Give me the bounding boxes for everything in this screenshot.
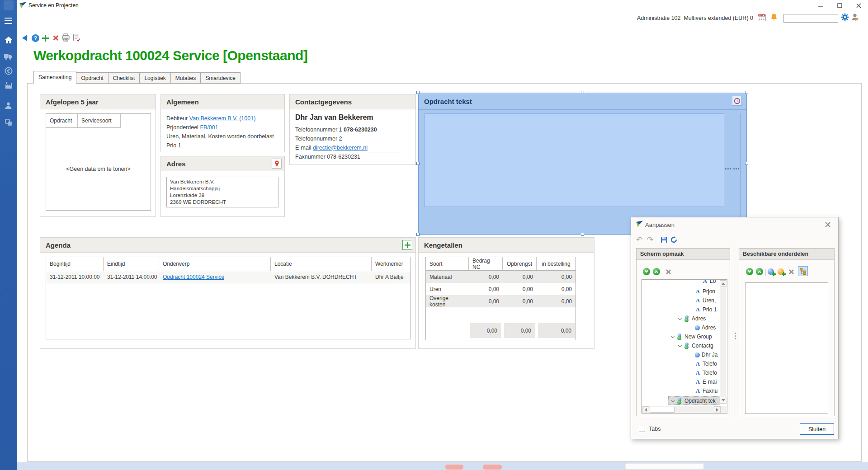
address-box[interactable]: Van Bekkerem B.V. Handelsmaatschappij Lo… (166, 177, 278, 207)
move-up-button[interactable] (756, 268, 763, 275)
move-up-button[interactable] (653, 268, 660, 275)
opdracht-tekst-textarea[interactable] (425, 113, 724, 207)
move-down-button[interactable] (643, 268, 650, 275)
kengetallen-row-uren[interactable]: Uren 0,00 0,00 0,00 (426, 283, 576, 295)
column-header-onderwerp[interactable]: Onderwerp (159, 257, 271, 271)
tree-item[interactable]: ALo (702, 279, 716, 286)
prjonderdeel-link[interactable]: FB/001 (200, 124, 218, 131)
undo-button[interactable]: ↶ (636, 235, 642, 244)
treeview-toggle-button-active[interactable] (798, 266, 808, 276)
tree-item[interactable]: AUren, (695, 296, 716, 305)
selection-handle[interactable] (416, 91, 420, 94)
column-header-opbrengst[interactable]: Opbrengst (503, 257, 537, 270)
sidebar-item-productie[interactable] (0, 80, 17, 91)
save-layout-button[interactable] (660, 236, 668, 244)
chevron-down-icon[interactable] (678, 316, 682, 320)
tree-item-group[interactable]: Contactg (679, 341, 713, 350)
scroll-up-button[interactable] (720, 280, 726, 287)
drag-grip-dots[interactable] (733, 168, 735, 169)
history-clock-button[interactable] (732, 96, 742, 106)
tree-item[interactable]: APrio 1 (695, 305, 717, 314)
minimize-button[interactable] (811, 0, 830, 11)
tabs-checkbox[interactable] (639, 426, 645, 432)
redo-button[interactable]: ↷ (647, 235, 653, 244)
calendar-icon[interactable] (758, 14, 766, 21)
move-down-button[interactable] (746, 268, 753, 275)
agenda-opdracht-link[interactable]: Opdracht 100024 Service (163, 274, 224, 280)
print-button[interactable] (61, 33, 70, 42)
selection-handle[interactable] (745, 162, 748, 165)
delete-item-button[interactable] (788, 269, 794, 275)
scroll-down-button[interactable] (720, 397, 726, 404)
tree-item-group[interactable]: New Group (671, 332, 712, 341)
column-header-locatie[interactable]: Locatie (271, 257, 372, 271)
available-items-list[interactable] (745, 282, 828, 414)
settings-gear-icon[interactable] (841, 13, 849, 21)
map-pin-button[interactable] (272, 159, 282, 169)
remove-item-button[interactable] (665, 269, 671, 275)
chevron-down-icon[interactable] (678, 343, 682, 347)
column-header-opdracht[interactable]: Opdracht (46, 114, 78, 128)
tree-item[interactable]: ATelefo (695, 368, 717, 377)
drag-grip-dots[interactable] (725, 168, 726, 169)
selection-handle[interactable] (416, 162, 420, 165)
tree-item-group-selected[interactable]: Opdracht tek (671, 396, 716, 405)
tree-item-group[interactable]: Adres (679, 314, 706, 323)
column-header-eindtijd[interactable]: Eindtijd (104, 257, 159, 271)
tree-item[interactable]: APrjon (695, 287, 715, 296)
splitter-handle[interactable] (735, 333, 736, 334)
tree-item[interactable]: AFaxnu (695, 386, 717, 395)
tree-item[interactable]: AE-mai (695, 377, 717, 386)
back-button[interactable] (22, 35, 27, 41)
add-group-button[interactable] (778, 268, 784, 275)
user-edit-icon[interactable] (851, 13, 860, 22)
notifications-bell-icon[interactable] (770, 13, 778, 21)
tab-checklist[interactable]: Checklist (108, 72, 140, 84)
add-agenda-button[interactable] (402, 240, 412, 250)
kengetallen-row-materiaal[interactable]: Materiaal 0,00 0,00 0,00 (426, 271, 576, 283)
report-check-button[interactable] (73, 33, 80, 42)
tab-smartdevice[interactable]: Smartdevice (201, 72, 241, 84)
column-header-soort[interactable]: Soort (426, 257, 469, 270)
search-input[interactable] (783, 14, 838, 23)
menu-hamburger-button[interactable] (0, 15, 17, 27)
sidebar-item-financieel[interactable]: € (0, 65, 17, 77)
scrollbar-thumb[interactable] (650, 407, 675, 413)
debiteur-link[interactable]: Van Bekkerem B.V. (1001) (189, 115, 256, 122)
tree-item[interactable]: Adres (695, 323, 716, 332)
help-button[interactable]: ? (32, 34, 39, 42)
email-link[interactable]: directie@bekkerem.nl (313, 145, 368, 151)
selection-handle[interactable] (581, 91, 584, 94)
selection-handle[interactable] (416, 233, 420, 236)
tree-item[interactable]: ATelefo (695, 359, 717, 368)
scroll-left-button[interactable] (642, 406, 649, 413)
kengetallen-row-overige-kosten[interactable]: Overige kosten 0,00 0,00 0,00 (426, 295, 576, 307)
tab-mutaties[interactable]: Mutaties (171, 72, 201, 84)
reset-layout-button[interactable] (670, 236, 678, 244)
column-header-begintijd[interactable]: Begintijd (46, 257, 104, 271)
new-button[interactable] (42, 35, 49, 42)
tree-horizontal-scrollbar[interactable] (642, 406, 727, 413)
tab-opdracht[interactable]: Opdracht (76, 72, 108, 84)
close-button[interactable] (849, 0, 868, 11)
selection-handle[interactable] (581, 233, 584, 236)
dialog-close-icon[interactable] (824, 221, 832, 229)
column-header-in-bestelling[interactable]: in bestelling (537, 257, 576, 270)
sidebar-item-logistiek[interactable] (0, 51, 17, 62)
chevron-down-icon[interactable] (671, 398, 675, 402)
chevron-down-icon[interactable] (671, 334, 675, 338)
sidebar-item-relaties[interactable] (0, 99, 17, 111)
delete-button[interactable] (52, 35, 59, 41)
sluiten-button[interactable]: Sluiten (800, 423, 834, 435)
tree-vertical-scrollbar[interactable] (720, 280, 726, 404)
tab-samenvatting[interactable]: Samenvatting (33, 71, 76, 84)
tab-logistiek[interactable]: Logistiek (140, 72, 170, 84)
sidebar-item-administraties[interactable] (0, 116, 17, 128)
scroll-right-button[interactable] (714, 406, 721, 413)
sidebar-item-home[interactable] (0, 34, 17, 46)
maximize-button[interactable] (830, 0, 849, 11)
column-header-servicesoort[interactable]: Servicesoort (78, 114, 121, 128)
tree-item[interactable]: Dhr Ja (695, 350, 717, 359)
add-item-button[interactable] (768, 268, 774, 275)
layout-tree[interactable]: ALo APrjon AUren, APrio 1 Adres Adres Ne… (642, 279, 727, 414)
